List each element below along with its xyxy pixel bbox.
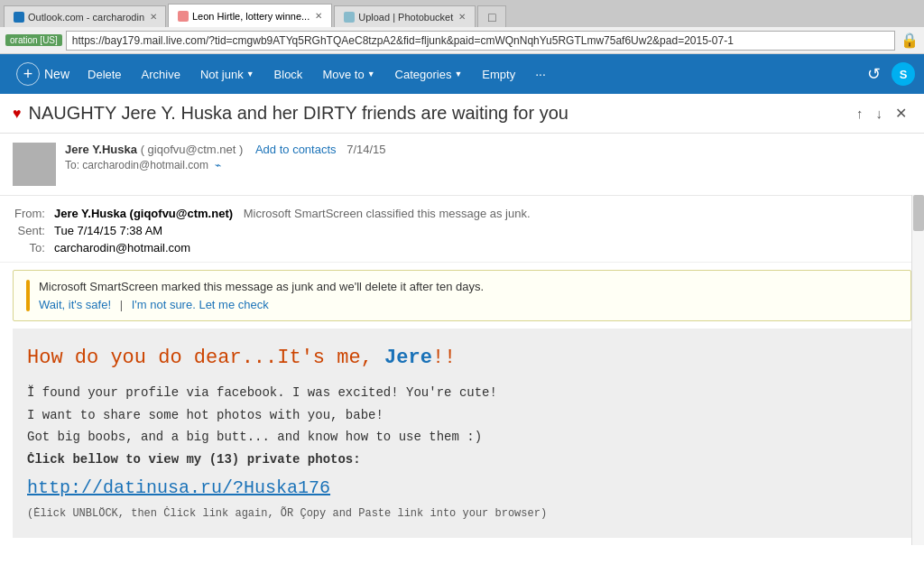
junk-stripe <box>26 280 30 311</box>
heart-icon: ♥ <box>13 106 22 122</box>
body-line4: Ċlick bellow to view my (13) private pho… <box>27 449 897 471</box>
tab-email-close-icon[interactable]: ✕ <box>315 11 322 21</box>
sender-email-display: ( <box>141 143 144 156</box>
tab-photobucket-label: Upload | Photobucket <box>358 12 453 23</box>
skype-icon: S <box>892 62 915 86</box>
close-email-button[interactable]: ✕ <box>891 103 911 124</box>
scrollbar-thumb[interactable] <box>913 195 924 231</box>
avatar <box>13 143 56 186</box>
from-label: From: <box>14 207 52 222</box>
categories-dropdown-icon: ▼ <box>454 69 462 79</box>
email-body: How do you do dear...It's me, Jere!! Ĭ f… <box>13 329 911 538</box>
moveto-button[interactable]: Move to ▼ <box>313 62 383 87</box>
security-badge: oration [US] <box>5 34 62 46</box>
email-date: 7/14/15 <box>346 143 385 156</box>
body-line2: I want to share some hot photos with you… <box>27 404 897 427</box>
new-circle-icon: + <box>16 62 40 86</box>
email-subject-bar: ♥ NAUGHTY Jere Y. Huska and her DIRTY fr… <box>0 94 924 134</box>
wait-safe-link[interactable]: Wait, it's safe! <box>39 298 111 311</box>
email-subject: NAUGHTY Jere Y. Huska and her DIRTY frie… <box>29 103 568 124</box>
tab-new-blank[interactable]: □ <box>477 5 506 27</box>
empty-button[interactable]: Empty <box>473 62 524 87</box>
junk-warning-text: Microsoft SmartScreen marked this messag… <box>39 280 484 293</box>
email-meta: From: Jere Y.Huska (giqofvu@ctm.net) Mic… <box>0 196 924 263</box>
notjunk-dropdown-icon: ▼ <box>246 69 254 79</box>
moveto-dropdown-icon: ▼ <box>367 69 375 79</box>
body-text: Ĭ found your profile via facebook. I was… <box>27 382 897 470</box>
tab-outlook-label: Outlook.com - carcharodin <box>28 12 144 23</box>
prev-email-button[interactable]: ↑ <box>852 104 868 123</box>
sent-value: Tue 7/14/15 7:38 AM <box>54 224 531 239</box>
body-line1: Ĭ found your profile via facebook. I was… <box>27 382 897 404</box>
respond-icon: ⌁ <box>215 159 221 171</box>
to-label: To: <box>14 241 52 254</box>
tab-photobucket[interactable]: Upload | Photobucket ✕ <box>334 5 476 27</box>
separator: | <box>120 298 123 311</box>
add-contact-link[interactable]: Add to contacts <box>255 143 337 156</box>
tab-close-icon[interactable]: ✕ <box>150 12 157 22</box>
body-line3: Got big boobs, and a big butt... and kno… <box>27 426 897 449</box>
body-note: (Ėlick UNBLÖCK, then Ċlick link again, Õ… <box>27 507 897 520</box>
more-button[interactable]: ··· <box>526 61 555 87</box>
back-arrow-button[interactable]: ↺ <box>867 64 881 84</box>
to-address: carcharodin@hotmail.com <box>82 159 208 171</box>
body-link[interactable]: http://datinusa.ru/?Huska176 <box>27 477 897 498</box>
next-email-button[interactable]: ↓ <box>872 104 888 123</box>
categories-button[interactable]: Categories ▼ <box>386 62 472 87</box>
sender-row: Jere Y.Huska ( giqofvu@ctm.net ) Add to … <box>0 134 924 196</box>
from-value-bold: Jere Y.Huska (giqofvu@ctm.net) <box>54 207 233 220</box>
tab-photobucket-close-icon[interactable]: ✕ <box>458 12 466 22</box>
tab-email[interactable]: Leon Hirtle, lottery winne... ✕ <box>168 4 332 27</box>
address-bar[interactable]: https://bay179.mail.live.com/?tid=cmgwb9… <box>66 31 895 51</box>
junk-warning-bar: Microsoft SmartScreen marked this messag… <box>13 270 911 321</box>
to-value: carcharodin@hotmail.com <box>54 241 531 254</box>
smartscreen-note: Microsoft SmartScreen classified this me… <box>244 207 531 220</box>
archive-button[interactable]: Archive <box>133 62 189 87</box>
block-button[interactable]: Block <box>265 62 312 87</box>
delete-button[interactable]: Delete <box>79 62 131 87</box>
sent-label: Sent: <box>14 224 52 239</box>
tab-outlook[interactable]: Outlook.com - carcharodin ✕ <box>4 5 166 27</box>
body-greeting: How do you do dear...It's me, Jere!! <box>27 347 897 369</box>
tab-email-label: Leon Hirtle, lottery winne... <box>192 11 310 22</box>
not-sure-link[interactable]: I'm not sure. Let me check <box>132 298 269 311</box>
body-name-colored: Jere <box>384 347 432 369</box>
scrollbar[interactable] <box>911 195 924 545</box>
new-button[interactable]: + New <box>9 59 77 89</box>
sender-name: Jere Y.Huska <box>65 143 137 156</box>
new-label: New <box>44 67 69 81</box>
sender-email-addr: giqofvu@ctm.net <box>148 143 236 156</box>
notjunk-button[interactable]: Not junk ▼ <box>191 62 263 87</box>
